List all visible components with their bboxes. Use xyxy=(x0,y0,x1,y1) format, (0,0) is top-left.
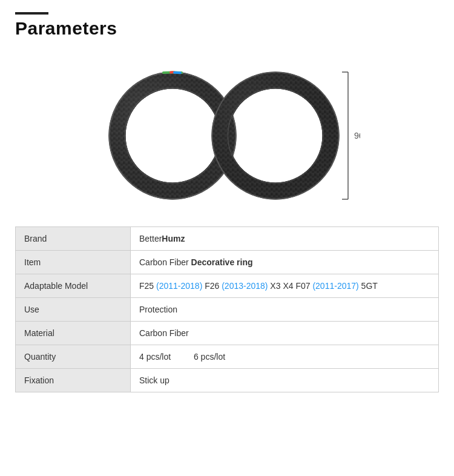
table-row: Adaptable Model F25 (2011-2018) F26 (201… xyxy=(16,274,439,298)
table-row: Item Carbon Fiber Decorative ring xyxy=(16,251,439,274)
quantity-4: 4 pcs/lot xyxy=(139,352,171,362)
param-value-adaptable-model: F25 (2011-2018) F26 (2013-2018) X3 X4 F0… xyxy=(131,274,439,298)
page-title: Parameters xyxy=(15,18,439,39)
param-label-use: Use xyxy=(16,298,131,322)
param-label-brand: Brand xyxy=(16,227,131,251)
page-container: Parameters xyxy=(0,0,454,405)
param-value-material: Carbon Fiber xyxy=(131,322,439,345)
table-row: Use Protection xyxy=(16,298,439,322)
param-label-material: Material xyxy=(16,322,131,345)
param-value-brand: BetterHumz xyxy=(131,227,439,251)
model-x3x4f07: X3 X4 F07 xyxy=(268,281,312,291)
param-label-adaptable-model: Adaptable Model xyxy=(16,274,131,298)
model-f07-years: (2011-2017) xyxy=(312,281,358,291)
param-label-item: Item xyxy=(16,251,131,274)
model-f26: F26 xyxy=(202,281,222,291)
table-row: Quantity 4 pcs/lot 6 pcs/lot xyxy=(16,345,439,369)
param-value-fixation: Stick up xyxy=(131,369,439,392)
header-accent-line xyxy=(15,12,48,15)
param-value-use: Protection xyxy=(131,298,439,322)
table-row: Fixation Stick up xyxy=(16,369,439,392)
model-5gt: 5GT xyxy=(359,281,378,291)
brand-name-bold: Humz xyxy=(162,234,185,243)
product-rings-svg: 96mm xyxy=(94,57,360,214)
svg-text:96mm: 96mm xyxy=(354,131,360,140)
param-value-quantity: 4 pcs/lot 6 pcs/lot xyxy=(131,345,439,369)
brand-name-normal: Better xyxy=(139,234,162,243)
table-row: Brand BetterHumz xyxy=(16,227,439,251)
svg-point-21 xyxy=(228,88,323,183)
param-label-quantity: Quantity xyxy=(16,345,131,369)
model-f25: F25 xyxy=(139,281,156,291)
table-row: Material Carbon Fiber xyxy=(16,322,439,345)
model-f26-years: (2013-2018) xyxy=(222,281,268,291)
params-table: Brand BetterHumz Item Carbon Fiber Decor… xyxy=(15,226,439,392)
product-image-section: 96mm xyxy=(15,51,439,220)
item-text-bold: Decorative ring xyxy=(191,257,253,267)
quantity-6: 6 pcs/lot xyxy=(194,352,225,362)
model-f25-years: (2011-2018) xyxy=(156,281,202,291)
param-label-fixation: Fixation xyxy=(16,369,131,392)
param-value-item: Carbon Fiber Decorative ring xyxy=(131,251,439,274)
quantity-spacer xyxy=(173,352,191,362)
header-section: Parameters xyxy=(15,12,439,39)
svg-point-17 xyxy=(125,88,220,183)
item-text-normal: Carbon Fiber xyxy=(139,257,191,267)
